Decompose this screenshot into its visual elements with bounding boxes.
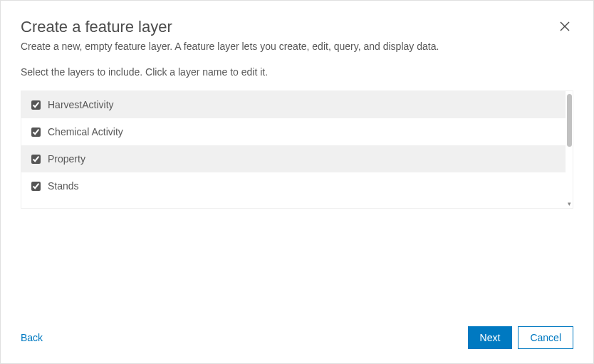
layer-name-label[interactable]: Stands [48,180,79,192]
layer-row[interactable]: Stands [21,172,566,199]
layer-row[interactable]: HarvestActivity [21,91,566,118]
dialog-title: Create a feature layer [21,18,172,36]
footer-buttons: Next Cancel [468,326,573,349]
scroll-down-arrow[interactable]: ▾ [566,201,572,207]
layer-checkbox[interactable] [31,128,41,137]
layer-row[interactable]: Chemical Activity [21,118,566,145]
layer-name-label[interactable]: Property [48,153,85,165]
layer-checkbox[interactable] [31,155,41,164]
close-button[interactable] [556,18,573,37]
layer-name-label[interactable]: Chemical Activity [48,126,123,137]
layer-instruction: Select the layers to include. Click a la… [21,66,573,78]
layer-list-container: HarvestActivity Chemical Activity Proper… [21,90,573,209]
dialog-subtitle: Create a new, empty feature layer. A fea… [21,41,573,52]
back-link[interactable]: Back [21,332,43,343]
create-feature-layer-dialog: Create a feature layer Create a new, emp… [0,0,594,364]
cancel-button[interactable]: Cancel [518,326,573,349]
dialog-footer: Back Next Cancel [21,318,573,349]
layer-list[interactable]: HarvestActivity Chemical Activity Proper… [21,91,566,208]
scrollbar-thumb[interactable] [567,94,572,147]
layer-name-label[interactable]: HarvestActivity [48,99,114,110]
layer-row[interactable]: Property [21,145,566,172]
next-button[interactable]: Next [468,326,513,349]
layer-checkbox[interactable] [31,100,41,110]
dialog-header: Create a feature layer [21,18,573,41]
close-icon [559,21,570,32]
scrollbar[interactable]: ▾ [566,91,573,208]
layer-checkbox[interactable] [31,182,41,191]
